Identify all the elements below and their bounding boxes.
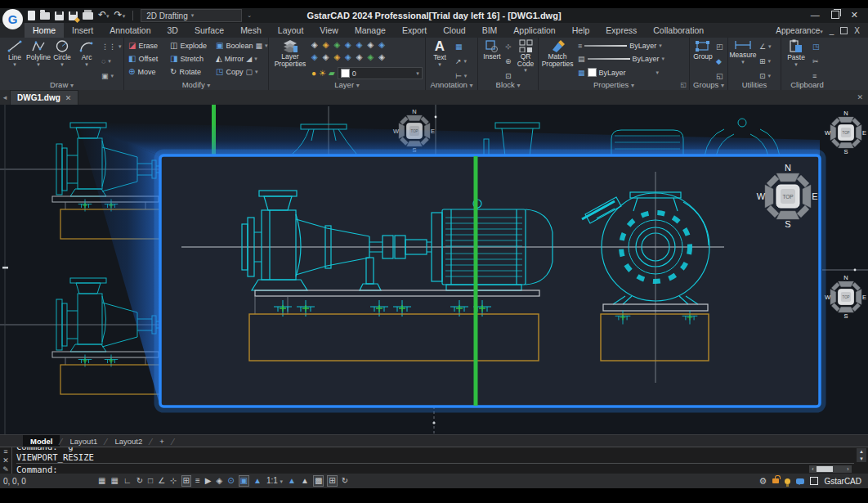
annotation-visibility-icon[interactable]: ▲ [287,476,297,486]
annotation-leader-tool[interactable]: ↗▾ [455,57,467,65]
workspace-grid-icon[interactable]: ▩ [313,475,324,487]
panel-label-clipboard[interactable]: Clipboard [781,80,833,89]
tab-mesh[interactable]: Mesh [232,23,270,38]
erase-button[interactable]: ◪Erase [128,42,158,50]
tab-export[interactable]: Export [394,23,435,38]
panel-label-properties[interactable]: Properties ▾ [539,80,689,89]
tab-annotation[interactable]: Annotation [101,23,159,38]
panel-label-draw[interactable]: Draw ▾ [0,80,123,89]
qr-code-button[interactable]: QR Code▾ [514,39,537,77]
command-vertical-spinner[interactable]: ▲▼ [857,448,866,462]
new-file-icon[interactable] [28,11,35,20]
unlock-icon[interactable] [772,478,779,483]
tab-view[interactable]: View [311,23,347,38]
redo-icon[interactable]: ↷▾ [114,10,126,21]
tab-layout2[interactable]: Layout2 [107,435,150,447]
ungroup-tool[interactable]: ◰ [716,43,723,51]
polar-tracking-icon[interactable]: ↻ [136,476,144,486]
quick-properties-icon[interactable]: ⊞ [327,475,337,487]
tab-layout[interactable]: Layout [270,23,312,38]
save-as-icon[interactable] [69,11,78,20]
minimize-button[interactable]: — [811,11,820,20]
drawing-canvas[interactable]: TOP N S W E [0,105,868,434]
block-edit-tool[interactable]: ⊕ [505,57,512,65]
layer-tools-row1[interactable]: ◈◈◈◈◈◈◈ [311,41,385,49]
panel-label-groups[interactable]: Groups ▾ [690,80,727,89]
circle-button[interactable]: Circle▾ [51,39,74,77]
draw-ellipse-tools[interactable]: ◌▾ [101,57,111,65]
match-properties-button[interactable]: Match Properties [542,39,573,77]
color-row[interactable]: ▦ByLayer▾ [578,68,659,77]
copy-clip-tool[interactable]: ◳ [812,43,820,51]
layer-unlock-icon[interactable]: ▰ [329,70,335,78]
draw-hatch-tools[interactable]: ▣▾ [101,72,114,80]
panel-label-utilities[interactable]: Utilities [728,80,781,89]
object-tracking-icon[interactable]: ⊹ [169,476,177,486]
layer-thaw-icon[interactable]: ☀ [319,70,326,78]
clean-screen-icon[interactable]: ↻ [341,476,349,486]
tab-scroll-left-icon[interactable]: ◂ [0,90,10,105]
tab-manage[interactable]: Manage [347,23,394,38]
settings-gear-icon[interactable]: ⚙ [759,476,767,487]
layer-on-icon[interactable]: ● [311,70,316,78]
copy-button[interactable]: ◳Copy▢▾ [216,68,258,76]
open-file-icon[interactable] [40,12,50,20]
document-tab-dwg1[interactable]: DWG1.dwg ✕ [10,90,78,105]
scroll-left-icon[interactable]: ‹ [809,465,817,473]
print-icon[interactable] [83,12,93,20]
qat-customize-icon[interactable]: ⌄ [247,12,252,19]
properties-dialog-launcher[interactable]: ◱ [680,81,687,88]
doc-close-button[interactable]: X [854,26,860,35]
snap-mode-icon[interactable]: ▦ [97,476,106,486]
stretch-button[interactable]: ◨Stretch [170,55,204,63]
app-logo[interactable]: G [2,9,23,29]
scroll-right-icon[interactable]: › [844,465,852,473]
text-button[interactable]: A Text▾ [428,39,451,77]
paste-special-tool[interactable]: ≡ [812,72,817,80]
layer-tools-row2[interactable]: ◈◈◈◈◈◈◈ [311,53,385,61]
tab-model[interactable]: Model [23,435,60,447]
ortho-mode-icon[interactable]: ∟ [123,476,132,486]
appearance-menu[interactable]: Appearance▾ [776,26,822,35]
green-polyline[interactable] [474,156,478,406]
block-define-tool[interactable]: ⊡ [505,72,512,80]
tab-express[interactable]: Express [597,23,645,38]
explode-button[interactable]: ◫Explode [170,42,207,50]
viewport-tool-icon[interactable]: ▣ [239,475,249,487]
feedback-chat-icon[interactable] [796,478,804,484]
tab-collaboration[interactable]: Collaboration [645,23,712,38]
annotation-dimension-tool[interactable]: ⊢▾ [455,72,467,80]
annotation-scale-value[interactable]: 1:1 ▾ [266,476,284,487]
group-select-tool[interactable]: ◱ [716,72,723,80]
zoom-tool-icon[interactable]: ⊙ [226,476,235,486]
tab-insert[interactable]: Insert [64,23,101,38]
insert-button[interactable]: Insert [481,39,503,77]
command-close-icon[interactable]: ✕ [2,457,9,465]
linetype-row[interactable]: ≡ByLayer▾ [578,42,662,50]
tab-surface[interactable]: Surface [186,23,232,38]
cut-clip-tool[interactable]: ✂ [812,57,819,65]
object-snap-icon[interactable]: □ [147,476,154,486]
docbar-close-icon[interactable]: ✕ [857,90,868,105]
grid-display-icon[interactable]: ▦ [110,476,119,486]
tab-cloud[interactable]: Cloud [435,23,473,38]
save-icon[interactable] [55,11,64,20]
tab-layout1[interactable]: Layout1 [63,435,105,447]
utility-calculator-tool[interactable]: ⊞▾ [759,57,771,65]
polyline-button[interactable]: Polyline▾ [27,39,50,77]
tab-help[interactable]: Help [564,23,598,38]
dynamic-ucs-icon[interactable]: ⊞ [181,475,191,487]
tab-close-icon[interactable]: ✕ [65,94,72,102]
utility-quickselect-tool[interactable]: ⊡▾ [759,72,771,80]
tab-3d[interactable]: 3D [159,23,186,38]
lineweight-display-icon[interactable]: ≡ [195,476,201,486]
restore-button[interactable] [831,11,839,20]
panel-label-modify[interactable]: Modify ▾ [124,80,268,89]
workspace-switcher[interactable]: 2D Drafting ▾ [141,9,242,22]
group-button[interactable]: Group [691,39,714,77]
tab-bim[interactable]: BIM [474,23,506,38]
tab-home[interactable]: Home [25,23,64,38]
group-edit-tool[interactable]: ◆ [716,57,722,65]
annotation-scale-icon[interactable]: ▲ [253,476,262,486]
tab-add-layout[interactable]: + [152,435,172,447]
